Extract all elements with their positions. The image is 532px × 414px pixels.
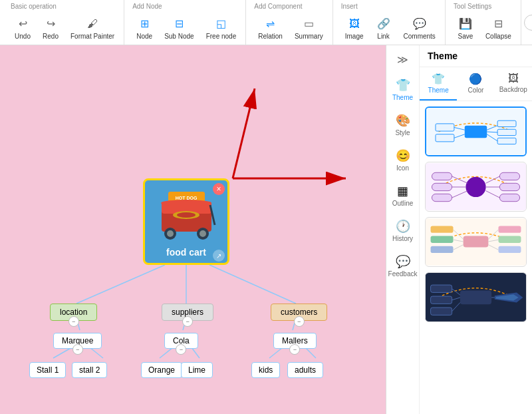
theme-card-2[interactable]	[425, 162, 527, 212]
share-export-group: ↗ Share 📤 Export	[524, 15, 532, 31]
cola-node[interactable]: Cola −	[164, 333, 198, 349]
svg-rect-33	[497, 138, 516, 144]
canvas[interactable]: × HOT DOG fo	[0, 45, 386, 414]
free-node-label: Free node	[206, 33, 237, 40]
svg-rect-28	[465, 126, 487, 138]
link-button[interactable]: 🔗 Link	[372, 14, 396, 43]
food-cart-image: HOT DOG	[152, 188, 221, 247]
theme-card-4-preview	[426, 273, 526, 321]
tab-color[interactable]: 🔵 Color	[457, 67, 494, 101]
comments-button[interactable]: 💬 Comments	[400, 14, 440, 43]
theme-card-3[interactable]	[425, 217, 527, 267]
svg-rect-68	[460, 291, 491, 305]
root-node-label: food cart	[166, 247, 206, 258]
sub-node-button[interactable]: ⊟ Sub Node	[160, 14, 198, 43]
svg-rect-32	[497, 129, 516, 135]
collapse-button[interactable]: ⊟ Collapse	[481, 14, 515, 43]
tab-backdrop[interactable]: 🖼 Backdrop	[495, 67, 532, 101]
add-component-label: Add Component	[254, 3, 302, 10]
root-node[interactable]: × HOT DOG fo	[143, 178, 229, 265]
svg-rect-41	[432, 172, 452, 180]
suppliers-label: suppliers	[172, 308, 203, 317]
svg-rect-58	[498, 226, 521, 232]
stall1-node[interactable]: Stall 1	[29, 362, 66, 378]
stall1-label: Stall 1	[37, 365, 59, 375]
format-painter-label: Format Painter	[70, 33, 114, 40]
customers-collapse[interactable]: −	[294, 316, 305, 327]
collapse-label: Collapse	[485, 33, 511, 40]
basic-operation-group: Basic operation ↩ Undo ↪ Redo 🖌 Format P…	[5, 0, 124, 45]
tab-color-icon: 🔵	[469, 73, 482, 85]
adults-node[interactable]: adults	[287, 362, 323, 378]
save-icon: 💾	[458, 17, 473, 31]
tab-backdrop-icon: 🖼	[508, 73, 519, 85]
insert-group: Insert 🖼 Image 🔗 Link 💬 Comments	[336, 0, 446, 45]
style-sidebar-icon: 🎨	[396, 113, 410, 128]
tool-settings-items: 💾 Save ⊟ Collapse	[454, 14, 515, 43]
suppliers-collapse[interactable]: −	[182, 316, 193, 327]
theme-card-4[interactable]	[425, 272, 527, 322]
sidebar-item-feedback[interactable]: 💬 Feedback	[386, 249, 419, 283]
sidebar-item-style[interactable]: 🎨 Style	[386, 108, 419, 142]
svg-rect-45	[499, 183, 519, 190]
cola-collapse[interactable]: −	[176, 344, 186, 355]
adults-label: adults	[295, 365, 316, 375]
collapse-panel-button[interactable]: ≫	[392, 48, 414, 71]
orange-node[interactable]: Orange	[141, 362, 182, 378]
node-button[interactable]: ⊞ Node	[132, 14, 156, 43]
mallers-node[interactable]: Mallers −	[273, 333, 317, 349]
comments-label: Comments	[404, 33, 436, 40]
history-sidebar-label: History	[392, 235, 413, 242]
lime-node[interactable]: Lime	[181, 362, 213, 378]
lime-label: Lime	[188, 365, 205, 375]
svg-rect-46	[499, 194, 519, 201]
svg-point-25	[200, 230, 206, 237]
marquee-collapse[interactable]: −	[72, 344, 83, 355]
sidebar-item-outline[interactable]: ▦ Outline	[386, 178, 419, 212]
redo-button[interactable]: ↪ Redo	[39, 14, 63, 43]
location-node[interactable]: location −	[50, 304, 97, 321]
format-painter-button[interactable]: 🖌 Format Painter	[66, 14, 118, 43]
tab-backdrop-label: Backdrop	[499, 86, 527, 93]
root-node-close[interactable]: ×	[213, 183, 225, 195]
theme-card-1[interactable]	[425, 106, 527, 156]
suppliers-node[interactable]: suppliers −	[162, 304, 213, 321]
collapse-icon: ⊟	[491, 17, 505, 31]
image-icon: 🖼	[347, 17, 362, 31]
tab-theme-icon: 👕	[432, 73, 445, 85]
sidebar-item-history[interactable]: 🕐 History	[386, 214, 419, 248]
history-sidebar-icon: 🕐	[396, 219, 410, 234]
sidebar-item-theme[interactable]: 👕 Theme	[386, 73, 419, 106]
tab-theme[interactable]: 👕 Theme	[420, 67, 457, 101]
save-button[interactable]: 💾 Save	[454, 14, 477, 43]
root-expand[interactable]: ↗	[213, 250, 225, 262]
svg-rect-43	[432, 194, 452, 201]
orange-label: Orange	[148, 365, 175, 375]
marquee-node[interactable]: Marquee −	[53, 333, 102, 349]
share-button[interactable]: ↗ Share	[524, 15, 532, 31]
image-button[interactable]: 🖼 Image	[341, 14, 368, 43]
theme-sidebar-icon: 👕	[396, 78, 410, 93]
kids-node[interactable]: kids	[251, 362, 280, 378]
icon-sidebar-label: Icon	[396, 164, 409, 172]
relation-button[interactable]: ⇌ Relation	[254, 14, 287, 43]
format-painter-icon: 🖌	[85, 17, 100, 31]
undo-button[interactable]: ↩ Undo	[11, 14, 35, 43]
svg-point-40	[466, 177, 485, 197]
customers-node[interactable]: customers −	[271, 304, 327, 321]
location-collapse[interactable]: −	[68, 316, 79, 327]
sidebar-item-icon[interactable]: 😊 Icon	[386, 143, 419, 177]
stall2-node[interactable]: stall 2	[72, 362, 107, 378]
svg-rect-60	[498, 246, 521, 253]
image-label: Image	[345, 33, 364, 40]
basic-operation-items: ↩ Undo ↪ Redo 🖌 Format Painter	[11, 14, 118, 43]
svg-rect-54	[464, 236, 489, 248]
summary-button[interactable]: ▭ Summary	[291, 14, 327, 43]
svg-line-1	[233, 89, 255, 178]
tool-settings-label: Tool Settings	[454, 3, 491, 10]
side-icon-bar: ≫ 👕 Theme 🎨 Style 😊 Icon ▦ Outline 🕐 His…	[386, 45, 420, 414]
svg-rect-71	[431, 308, 452, 315]
mallers-collapse[interactable]: −	[289, 344, 300, 355]
add-component-group: Add Component ⇌ Relation ▭ Summary	[249, 0, 333, 45]
free-node-button[interactable]: ◱ Free node	[202, 14, 241, 43]
